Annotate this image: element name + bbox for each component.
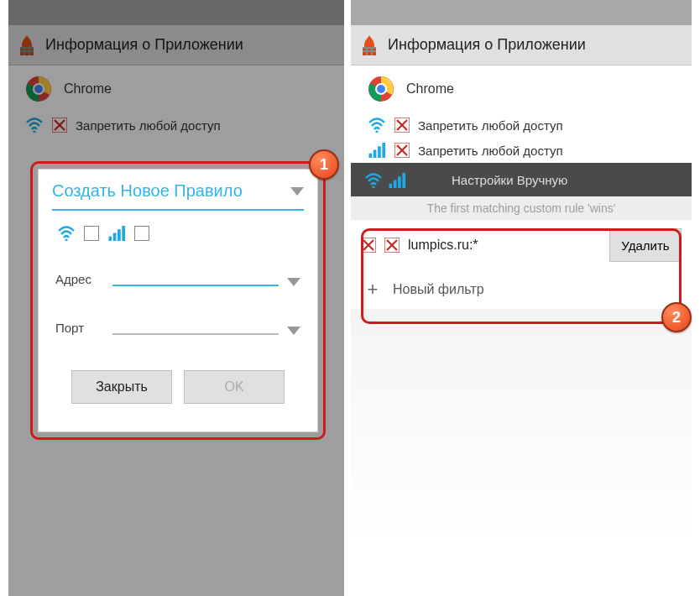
- port-field-row: Порт: [52, 301, 304, 350]
- port-input[interactable]: [112, 316, 279, 335]
- cellular-icon: [388, 173, 406, 188]
- wifi-icon: [368, 118, 386, 133]
- hint-text: The first matching custom rule 'wins': [351, 196, 692, 220]
- wifi-rule-row[interactable]: Запретить любой доступ: [351, 112, 692, 138]
- port-label: Порт: [55, 321, 104, 335]
- screenshot-right: Информация о Приложении Chrome Запретить…: [351, 0, 692, 596]
- callout-badge-1: 1: [309, 149, 339, 180]
- highlight-box-1: Создать Новое Правило Адрес Порт Закрыт: [30, 161, 326, 440]
- firewall-icon: [359, 34, 379, 57]
- cellular-checkbox[interactable]: [134, 226, 149, 241]
- dialog-buttons: Закрыть OK: [52, 370, 304, 404]
- deny-icon: [394, 118, 410, 133]
- cellular-rule-row[interactable]: Запретить любой доступ: [351, 138, 692, 163]
- empty-area: [351, 309, 692, 544]
- address-input[interactable]: [112, 268, 279, 286]
- address-field-row: Адрес: [52, 253, 304, 301]
- cellular-icon: [368, 143, 386, 158]
- close-button[interactable]: Закрыть: [71, 370, 172, 404]
- cellular-icon: [107, 226, 126, 241]
- create-rule-dialog: Создать Новое Правило Адрес Порт Закрыт: [38, 169, 318, 432]
- titlebar: Информация о Приложении: [351, 25, 692, 65]
- port-dropdown-icon[interactable]: [287, 327, 300, 335]
- page-title: Информация о Приложении: [388, 36, 586, 54]
- ok-button[interactable]: OK: [184, 370, 285, 404]
- dialog-title-row[interactable]: Создать Новое Правило: [52, 181, 304, 211]
- address-dropdown-icon[interactable]: [287, 278, 300, 286]
- highlight-box-2: [361, 228, 682, 324]
- manual-header-text: Настройки Вручную: [452, 173, 567, 187]
- wifi-rule-text: Запретить любой доступ: [418, 118, 563, 133]
- manual-settings-header[interactable]: Настройки Вручную: [351, 163, 692, 196]
- statusbar: [351, 0, 692, 25]
- dialog-title: Создать Новое Правило: [52, 181, 243, 201]
- wifi-icon: [57, 226, 76, 241]
- wifi-checkbox[interactable]: [84, 226, 99, 241]
- callout-badge-2: 2: [661, 302, 692, 332]
- wifi-icon: [364, 173, 383, 188]
- deny-icon: [394, 143, 410, 158]
- app-name: Chrome: [406, 81, 454, 97]
- screenshot-left: Информация о Приложении Chrome Запретить…: [8, 0, 344, 596]
- app-row: Chrome: [351, 65, 692, 112]
- chrome-icon: [368, 76, 394, 102]
- address-label: Адрес: [55, 272, 104, 286]
- cellular-rule-text: Запретить любой доступ: [418, 144, 563, 158]
- dropdown-icon: [290, 187, 304, 196]
- network-type-row: [52, 222, 304, 253]
